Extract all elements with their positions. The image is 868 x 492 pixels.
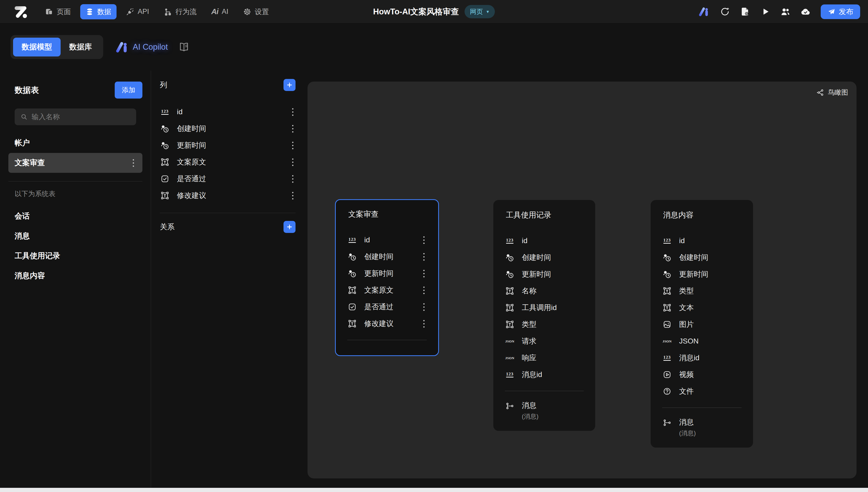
- table-field-row[interactable]: 创建时间: [650, 249, 753, 266]
- table-field-row[interactable]: JSON请求: [493, 333, 595, 349]
- column-row[interactable]: 更新时间: [160, 137, 296, 154]
- field-more-menu-button[interactable]: [421, 234, 427, 246]
- table-card-fields: 123id创建时间更新时间类型文本图片JSONJSON123消息id视频文件: [650, 232, 753, 400]
- table-more-menu-button[interactable]: [131, 157, 136, 169]
- column-row[interactable]: 是否通过: [160, 170, 296, 187]
- text-type-icon: [505, 303, 515, 312]
- table-field-row[interactable]: 123id: [650, 232, 753, 249]
- refresh-icon[interactable]: [720, 7, 730, 17]
- cloud-saved-icon[interactable]: [800, 7, 810, 17]
- column-more-menu-button[interactable]: [290, 190, 296, 201]
- table-field-row[interactable]: 文案原文: [336, 282, 438, 299]
- autotime-type-icon: [505, 270, 515, 279]
- publish-button[interactable]: 发布: [821, 4, 860, 19]
- field-more-menu-button[interactable]: [421, 251, 427, 263]
- table-field-row[interactable]: 名称: [493, 282, 595, 299]
- column-more-menu-button[interactable]: [290, 173, 296, 185]
- table-field-row[interactable]: 创建时间: [336, 248, 438, 265]
- table-field-row[interactable]: 更新时间: [493, 266, 595, 282]
- column-name: 是否通过: [177, 174, 206, 184]
- number-type-icon: 123: [160, 109, 170, 115]
- nav-item-label: 设置: [255, 7, 269, 17]
- tab-database[interactable]: 数据库: [60, 38, 101, 56]
- table-field-row[interactable]: 创建时间: [493, 249, 595, 266]
- table-relation-row[interactable]: 消息(消息): [493, 400, 595, 421]
- table-field-row[interactable]: 文件: [650, 383, 753, 400]
- table-card[interactable]: 消息内容123id创建时间更新时间类型文本图片JSONJSON123消息id视频…: [650, 200, 753, 447]
- field-more-menu-button[interactable]: [421, 285, 427, 296]
- table-field-row[interactable]: 类型: [650, 282, 753, 299]
- model-canvas[interactable]: 鸟瞰图 文案审查123id创建时间更新时间文案原文是否通过修改建议工具使用记录1…: [308, 81, 857, 478]
- table-field-row[interactable]: 更新时间: [336, 265, 438, 282]
- autotime-type-icon: [347, 252, 357, 261]
- sidebar-system-table-item[interactable]: 会话: [8, 206, 143, 226]
- sidebar-table-item[interactable]: 帐户: [8, 133, 143, 153]
- table-field-name: 请求: [522, 336, 536, 346]
- column-more-menu-button[interactable]: [290, 106, 296, 118]
- table-field-row[interactable]: 更新时间: [650, 266, 753, 282]
- column-more-menu-button[interactable]: [290, 140, 296, 151]
- project-header: HowTo-AI文案风格审查 网页 ▼: [373, 0, 495, 23]
- sidebar-system-table-item[interactable]: 工具使用记录: [8, 246, 143, 266]
- table-field-row[interactable]: 视频: [650, 366, 753, 383]
- table-field-row[interactable]: 修改建议: [336, 315, 438, 332]
- table-field-row[interactable]: 123id: [336, 231, 438, 248]
- nav-item-flow[interactable]: 行为流: [159, 4, 202, 19]
- column-row[interactable]: 创建时间: [160, 120, 296, 137]
- column-more-menu-button[interactable]: [290, 156, 296, 168]
- table-field-row[interactable]: 类型: [493, 316, 595, 333]
- publish-label: 发布: [839, 7, 853, 17]
- table-field-row[interactable]: JSON响应: [493, 349, 595, 366]
- table-field-row[interactable]: JSONJSON: [650, 333, 753, 349]
- nav-item-database[interactable]: 数据: [80, 4, 117, 19]
- table-field-row[interactable]: 图片: [650, 316, 753, 333]
- table-card[interactable]: 文案审查123id创建时间更新时间文案原文是否通过修改建议: [335, 199, 439, 356]
- sidebar-table-item[interactable]: 文案审查: [8, 153, 143, 173]
- sidebar-system-table-item[interactable]: 消息内容: [8, 266, 143, 286]
- table-field-row[interactable]: 123id: [493, 232, 595, 249]
- ai-assistant-icon[interactable]: [699, 7, 710, 17]
- table-field-row[interactable]: 文本: [650, 299, 753, 316]
- platform-badge[interactable]: 网页 ▼: [465, 5, 495, 18]
- autotime-type-icon: [347, 269, 357, 278]
- table-field-row[interactable]: 是否通过: [336, 299, 438, 315]
- column-more-menu-button[interactable]: [290, 123, 296, 134]
- add-relation-button[interactable]: [283, 221, 296, 233]
- column-name: 更新时间: [177, 140, 206, 150]
- nav-item-label: API: [138, 7, 149, 16]
- table-field-row[interactable]: 工具调用id: [493, 299, 595, 316]
- column-row[interactable]: 123id: [160, 103, 296, 120]
- search-input[interactable]: [32, 113, 130, 121]
- field-more-menu-button[interactable]: [421, 301, 427, 313]
- add-column-button[interactable]: [283, 79, 296, 91]
- json-type-icon: JSON: [505, 356, 515, 360]
- nav-item-gear[interactable]: 设置: [238, 4, 274, 19]
- field-more-menu-button[interactable]: [421, 318, 427, 330]
- app-config-icon[interactable]: [740, 7, 750, 17]
- table-field-row[interactable]: 123消息id: [493, 366, 595, 383]
- column-row[interactable]: 修改建议: [160, 187, 296, 204]
- table-field-row[interactable]: 123消息id: [650, 349, 753, 366]
- column-row[interactable]: 文案原文: [160, 154, 296, 170]
- search-icon: [20, 113, 28, 121]
- ai-copilot-button[interactable]: AI Copilot: [116, 41, 168, 53]
- sidebar-system-table-item[interactable]: 消息: [8, 226, 143, 246]
- table-card[interactable]: 工具使用记录123id创建时间更新时间名称工具调用id类型JSON请求JSON响…: [493, 200, 595, 431]
- nav-item-api[interactable]: API: [121, 4, 154, 19]
- field-more-menu-button[interactable]: [421, 268, 427, 279]
- collaborators-icon[interactable]: [781, 7, 790, 17]
- table-relation-row[interactable]: 消息(消息): [650, 417, 753, 437]
- docs-book-icon[interactable]: [179, 42, 189, 52]
- preview-play-icon[interactable]: [760, 7, 770, 17]
- zion-logo-icon[interactable]: [11, 3, 32, 20]
- add-table-button[interactable]: 添加: [115, 81, 143, 99]
- table-field-name: 名称: [522, 286, 536, 296]
- table-search[interactable]: [15, 108, 136, 125]
- overview-toggle[interactable]: 鸟瞰图: [816, 88, 848, 97]
- nav-item-ai[interactable]: AiAI: [206, 4, 234, 19]
- autotime-type-icon: [662, 253, 672, 262]
- nav-item-pages[interactable]: 页面: [40, 4, 76, 19]
- tab-data-model[interactable]: 数据模型: [13, 38, 60, 56]
- table-field-name: id: [364, 236, 370, 244]
- table-field-name: 修改建议: [364, 319, 393, 328]
